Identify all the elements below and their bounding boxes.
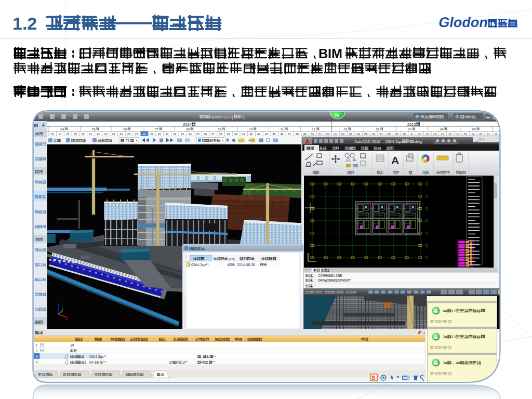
svg-text:4: 4: [36, 361, 38, 364]
svg-text:4#: 4#: [443, 309, 447, 313]
svg-text:10: 10: [249, 127, 252, 131]
svg-text:42: 42: [249, 132, 252, 136]
svg-text:47: 47: [288, 132, 291, 136]
svg-text:1: 1: [328, 269, 330, 272]
svg-text:16: 16: [51, 132, 54, 136]
svg-text:03: 03: [408, 127, 411, 131]
svg-text:31: 31: [165, 132, 168, 136]
svg-text:Y: Y: [61, 307, 64, 311]
svg-text:04: 04: [440, 127, 444, 131]
svg-text:35: 35: [196, 132, 199, 136]
svg-text:S: S: [371, 375, 375, 381]
svg-text:**: **: [213, 355, 216, 358]
svg-text:02: 02: [376, 127, 379, 131]
svg-text:1]: 1]: [242, 115, 245, 119]
svg-text:: DRAWINGRECOVERY: : DRAWINGRECOVERY: [314, 278, 351, 283]
svg-text:41: 41: [242, 132, 245, 136]
svg-text:📌 ×: 📌 ×: [417, 330, 425, 335]
svg-text:40: 40: [234, 132, 237, 136]
svg-text:,3**: ,3**: [182, 361, 188, 364]
svg-text:A: A: [391, 154, 399, 166]
svg-text:,: ,: [208, 361, 209, 364]
svg-text:09: 09: [218, 127, 221, 131]
svg-text:03#4-3qz: 03#4-3qz: [385, 139, 402, 144]
svg-text:30: 30: [158, 132, 161, 136]
svg-text:38: 38: [219, 132, 222, 136]
svg-text:03#4-3qz**: 03#4-3qz**: [89, 355, 107, 359]
svg-text:BIM5D 2.0--[: BIM5D 2.0--[: [211, 115, 233, 119]
svg-text:04-3桩基**: 04-3桩基**: [89, 361, 106, 364]
svg-text:22: 22: [97, 132, 100, 136]
svg-text:,: ,: [201, 355, 203, 358]
svg-text:11: 11: [281, 127, 284, 131]
svg-text:2#: 2#: [169, 361, 174, 364]
svg-text:2: 2: [84, 361, 86, 364]
svg-text:_ □ ×: _ □ ×: [475, 137, 485, 142]
svg-text:3# 2014-08-25: 3# 2014-08-25: [430, 345, 451, 349]
svg-text:1.2: 1.2: [12, 14, 42, 33]
svg-text:21: 21: [89, 132, 92, 136]
svg-text:: COMMANDLINE: : COMMANDLINE: [314, 274, 342, 278]
svg-text:20: 20: [82, 132, 85, 136]
svg-text:3#: 3#: [443, 335, 447, 339]
svg-text:23: 23: [104, 132, 108, 136]
svg-text:44: 44: [265, 132, 268, 136]
svg-text:05: 05: [472, 127, 476, 131]
svg-text:1#: 1#: [70, 343, 74, 347]
svg-text:19: 19: [74, 132, 77, 136]
svg-text:25: 25: [119, 132, 123, 136]
svg-text:2015: 2015: [407, 122, 416, 127]
svg-text:29: 29: [150, 132, 153, 136]
svg-text:06: 06: [123, 127, 127, 131]
svg-text:39: 39: [227, 132, 230, 136]
svg-text:48: 48: [296, 132, 299, 136]
svg-text:17: 17: [58, 132, 61, 136]
svg-text:4059: 4059: [227, 263, 235, 267]
svg-text:3#: 3#: [443, 361, 447, 365]
svg-text:12: 12: [312, 127, 315, 131]
svg-text:18: 18: [66, 132, 69, 136]
svg-text:2014: 2014: [183, 122, 192, 127]
svg-text:12: 12: [451, 309, 456, 313]
svg-text:37: 37: [211, 132, 215, 136]
svg-text:03#4-3qz**: 03#4-3qz**: [191, 263, 209, 267]
svg-text:33: 33: [181, 132, 184, 136]
svg-text:28: 28: [335, 113, 339, 118]
svg-text:13: 13: [451, 335, 456, 339]
svg-text::: :: [314, 284, 316, 288]
svg-text:01: 01: [344, 127, 348, 131]
svg-text:45: 45: [273, 132, 276, 136]
svg-text:1: 1: [188, 263, 190, 267]
svg-text:32: 32: [173, 132, 176, 136]
svg-text:46: 46: [280, 132, 283, 136]
svg-text:3# 2014-08-25: 3# 2014-08-25: [430, 320, 451, 323]
svg-text:04: 04: [60, 127, 64, 131]
svg-text:05: 05: [92, 127, 96, 131]
svg-text:4#: 4#: [456, 361, 460, 365]
svg-text:1: 1: [36, 343, 38, 347]
svg-text:2: 2: [36, 349, 38, 353]
svg-text:08: 08: [186, 127, 190, 131]
svg-text:3: 3: [36, 355, 38, 358]
svg-text:2014-08-08: 2014-08-08: [237, 263, 255, 267]
svg-text:AutoCAD 2010: AutoCAD 2010: [354, 139, 380, 144]
svg-text:.dwg: .dwg: [414, 139, 422, 144]
svg-text:28: 28: [142, 132, 145, 136]
svg-text:3# 2014-08-25: 3# 2014-08-25: [430, 371, 451, 375]
svg-text:34: 34: [189, 132, 192, 136]
svg-text:26: 26: [127, 132, 130, 136]
svg-text:**: **: [212, 361, 215, 364]
svg-text:12030.0705, 325666.8091, 0.000: 12030.0705, 325666.8091, 0.0000: [304, 290, 356, 294]
svg-text:X: X: [65, 317, 68, 321]
svg-text:BIM: BIM: [318, 46, 342, 61]
svg-text:4: 4: [177, 361, 179, 364]
svg-text:07: 07: [155, 127, 158, 131]
svg-text:43: 43: [257, 132, 260, 136]
svg-text:(KB): (KB): [229, 258, 235, 261]
svg-text:Glodon: Glodon: [437, 14, 489, 30]
svg-text:24: 24: [112, 132, 115, 136]
svg-text:36: 36: [204, 132, 207, 136]
svg-text:27: 27: [135, 132, 138, 136]
